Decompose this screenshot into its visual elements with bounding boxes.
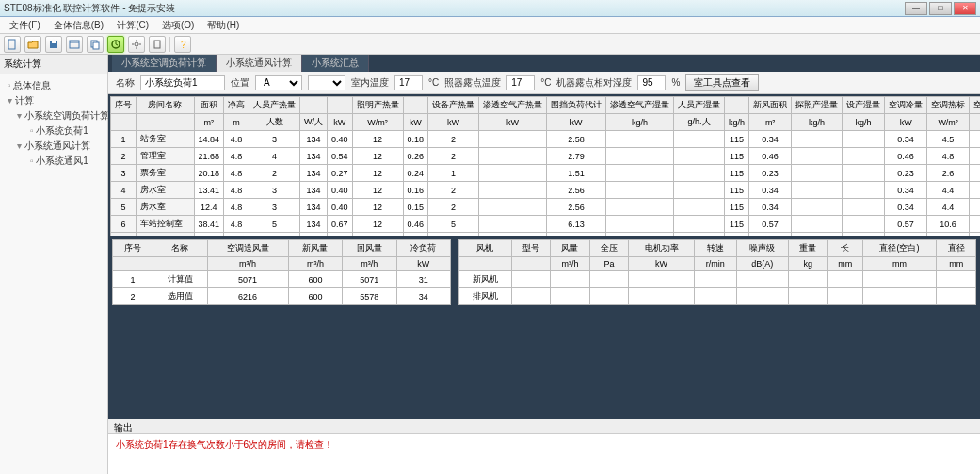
help-icon[interactable]: ?: [174, 36, 191, 53]
t1-input[interactable]: [394, 75, 423, 90]
svg-point-8: [135, 42, 138, 46]
tree-node[interactable]: 计算: [4, 93, 104, 108]
svg-rect-3: [70, 41, 79, 48]
tree-node[interactable]: 小系统空调负荷计算: [4, 108, 104, 123]
menu-item[interactable]: 全体信息(B): [48, 17, 109, 34]
window-icon[interactable]: [66, 36, 83, 53]
svg-text:?: ?: [181, 40, 186, 50]
calculate-icon[interactable]: [107, 36, 124, 53]
menu-item[interactable]: 选项(O): [156, 17, 200, 34]
tree-node[interactable]: 小系统通风计算: [4, 139, 104, 154]
tab[interactable]: 小系统汇总: [302, 55, 369, 72]
save-icon[interactable]: [45, 36, 62, 53]
app-title: STE08标准化 联控计算软件 - 免提示安装: [4, 2, 175, 15]
menu-item[interactable]: 帮助(H): [201, 17, 245, 34]
tree-node[interactable]: 小系统通风1: [4, 154, 104, 169]
summary-table[interactable]: 序号名称空调送风量新风量回风量冷负荷m³/hm³/hm³/hkW1计算值5071…: [112, 239, 451, 305]
t3-input[interactable]: [637, 75, 666, 90]
t1-unit: °C: [428, 77, 439, 88]
svg-rect-6: [93, 42, 99, 49]
menu-item[interactable]: 计算(C): [111, 17, 154, 34]
pos-select2[interactable]: [308, 75, 345, 90]
t3-label: 机器露点相对湿度: [556, 76, 632, 90]
report-icon[interactable]: [149, 36, 166, 53]
minimize-button[interactable]: —: [905, 2, 927, 15]
tab[interactable]: 小系统空调负荷计算: [112, 55, 217, 72]
maximize-button[interactable]: □: [929, 2, 952, 15]
t1-label: 室内温度: [351, 76, 389, 90]
fan-table[interactable]: 风机型号风量全压电机功率转速噪声级重量长直径(空白)直径m³/hPakWr/mi…: [458, 239, 976, 305]
open-icon[interactable]: [24, 36, 41, 53]
t3-unit: %: [671, 77, 680, 88]
pos-label: 位置: [231, 76, 249, 90]
svg-rect-9: [154, 41, 160, 48]
warning-message: 小系统负荷1存在换气次数小于6次的房间，请检查！: [108, 434, 980, 455]
t2-unit: °C: [540, 77, 551, 88]
name-label: 名称: [116, 76, 135, 90]
name-input[interactable]: [140, 75, 225, 90]
svg-rect-0: [8, 40, 15, 49]
view-button[interactable]: 室工具点查看: [685, 74, 759, 91]
copy-icon[interactable]: [87, 36, 104, 53]
tree-node[interactable]: 总体信息: [4, 78, 104, 93]
pos-select[interactable]: A: [255, 75, 302, 90]
t2-label: 照器露点温度: [444, 76, 501, 90]
menu-item[interactable]: 文件(F): [4, 17, 46, 34]
svg-rect-2: [52, 41, 56, 43]
sidebar-header: 系统计算: [0, 55, 107, 74]
t2-input[interactable]: [506, 75, 535, 90]
close-button[interactable]: ✕: [954, 2, 976, 15]
main-table[interactable]: 序号房间名称面积净高人员产热量照明产热量设备产热量渗透空气产热量围挡负荷代计渗透…: [110, 96, 980, 236]
new-icon[interactable]: [4, 36, 21, 53]
output-header: 输出: [108, 419, 980, 434]
settings-icon[interactable]: [128, 36, 145, 53]
tree-node[interactable]: 小系统负荷1: [4, 123, 104, 139]
tab[interactable]: 小系统通风计算: [217, 55, 302, 72]
